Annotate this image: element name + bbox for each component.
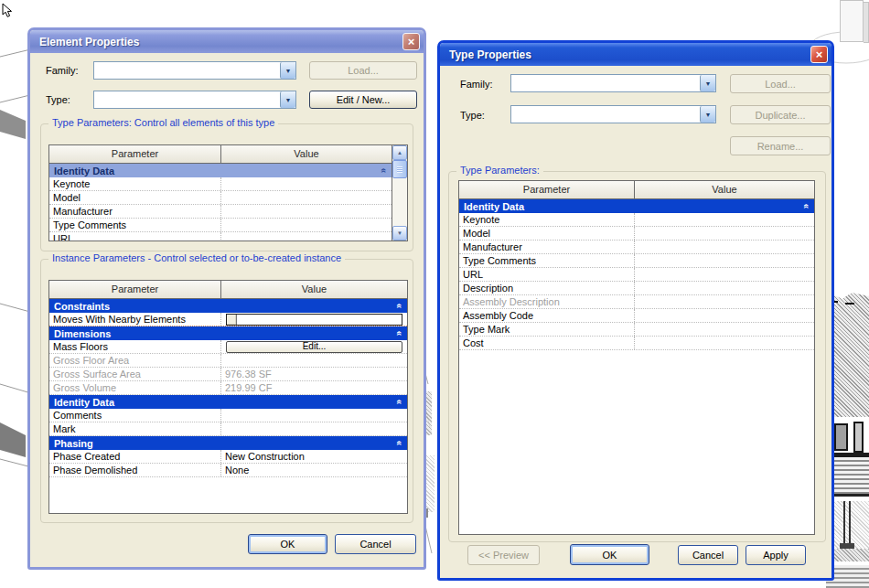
scroll-up-icon[interactable]: ▲ <box>392 145 407 160</box>
parameter-name: Gross Floor Area <box>49 354 221 367</box>
preview-button[interactable]: << Preview <box>467 545 540 565</box>
type-properties-titlebar[interactable]: Type Properties <box>440 43 831 66</box>
parameter-value <box>635 295 814 308</box>
cancel-button[interactable]: Cancel <box>678 545 738 565</box>
parameter-row: Type Comments <box>49 219 392 232</box>
parameter-value[interactable]: Edit... <box>221 340 407 353</box>
parameter-value[interactable] <box>221 422 407 435</box>
parameter-row: Description <box>459 282 814 295</box>
section-header-row[interactable]: Dimensions« <box>49 326 407 340</box>
type-parameters-group-label: Type Parameters: Control all elements of… <box>48 117 278 128</box>
section-label: Identity Data <box>54 166 114 176</box>
parameter-row: Type Mark <box>459 323 814 337</box>
type-parameters-groupbox: Type Parameters: Control all elements of… <box>40 123 413 251</box>
type-combobox-value[interactable] <box>94 91 280 108</box>
scroll-down-icon[interactable]: ▼ <box>392 226 407 241</box>
parameter-row: Gross Volume219.99 CF <box>49 381 407 395</box>
section-header-row[interactable]: Identity Data« <box>49 395 407 409</box>
duplicate-button[interactable]: Duplicate... <box>730 105 831 124</box>
collapse-chevron-icon: « <box>802 204 812 209</box>
close-icon[interactable]: × <box>402 33 420 50</box>
parameter-row: URL <box>459 268 814 282</box>
parameter-name: Mark <box>49 422 221 435</box>
load-button[interactable]: Load... <box>309 61 417 80</box>
parameter-value[interactable] <box>635 241 814 253</box>
family-combobox[interactable]: ▼ <box>510 74 716 92</box>
type-combobox[interactable]: ▼ <box>93 91 296 109</box>
scrollbar-thumb[interactable] <box>392 160 407 178</box>
value-edit-field[interactable] <box>226 314 402 326</box>
parameter-value[interactable] <box>221 177 392 190</box>
parameter-name: Cost <box>459 337 635 349</box>
parameter-value[interactable] <box>635 282 814 294</box>
edit-button[interactable]: Edit... <box>226 341 402 353</box>
parameter-name: Type Mark <box>459 323 635 336</box>
section-label: Dimensions <box>54 328 111 339</box>
section-header-row[interactable]: Identity Data« <box>49 164 392 177</box>
column-line <box>849 501 851 549</box>
parameter-name: URL <box>49 232 221 241</box>
column-header-parameter: Parameter <box>49 281 221 298</box>
parameter-name: Mass Floors <box>49 340 221 353</box>
parameter-table-body: ParameterValueIdentity Data«KeynoteModel… <box>459 181 814 534</box>
chevron-down-icon[interactable]: ▼ <box>280 91 295 108</box>
section-header-row[interactable]: Identity Data« <box>459 199 814 213</box>
family-combobox-value[interactable] <box>511 75 700 91</box>
table-header-row: ParameterValue <box>49 145 392 164</box>
collapse-chevron-icon: « <box>395 400 405 405</box>
dialog-title: Element Properties <box>39 36 139 48</box>
checkbox[interactable] <box>227 315 237 325</box>
parameter-value[interactable] <box>221 205 392 218</box>
parameter-value[interactable] <box>635 323 814 336</box>
collapse-chevron-icon: « <box>395 304 405 309</box>
facade-detail <box>845 303 854 305</box>
family-combobox[interactable]: ▼ <box>93 61 296 80</box>
massing-box <box>840 0 864 42</box>
ok-button[interactable]: OK <box>570 544 649 565</box>
collapse-chevron-icon: « <box>395 331 405 337</box>
parameter-name: Assembly Description <box>459 295 635 308</box>
apply-button[interactable]: Apply <box>746 545 806 565</box>
section-label: Constraints <box>54 301 110 312</box>
parameter-value[interactable] <box>635 254 814 267</box>
edit-new-button[interactable]: Edit / New... <box>309 91 417 109</box>
chevron-down-icon[interactable]: ▼ <box>700 106 715 123</box>
parameter-row: Type Comments <box>459 254 814 268</box>
element-properties-titlebar[interactable]: Element Properties <box>30 30 424 53</box>
parameter-value[interactable] <box>635 337 814 349</box>
section-header-row[interactable]: Phasing« <box>49 436 407 450</box>
close-icon[interactable]: × <box>810 46 828 63</box>
rename-button[interactable]: Rename... <box>730 136 831 155</box>
type-combobox-value[interactable] <box>511 106 700 123</box>
parameter-value[interactable] <box>221 219 392 231</box>
parameter-name: Comments <box>49 409 221 422</box>
vertical-scrollbar[interactable]: ▲▼ <box>392 145 407 241</box>
parameter-value[interactable] <box>221 409 407 422</box>
dialog-title: Type Properties <box>449 48 531 61</box>
column-header-value: Value <box>221 281 407 298</box>
parameter-value[interactable] <box>221 313 407 326</box>
column-header-parameter: Parameter <box>459 181 635 198</box>
parameter-row: Gross Surface Area976.38 SF <box>49 368 407 381</box>
chevron-down-icon[interactable]: ▼ <box>700 75 715 91</box>
ok-button[interactable]: OK <box>248 534 327 554</box>
chevron-down-icon[interactable]: ▼ <box>280 62 295 79</box>
parameter-value[interactable]: None <box>221 464 407 476</box>
parameter-name: Model <box>49 191 221 204</box>
parameter-value[interactable] <box>635 268 814 281</box>
parameter-value[interactable] <box>221 232 392 241</box>
family-combobox-value[interactable] <box>94 62 280 79</box>
parameter-value[interactable] <box>635 309 814 322</box>
parameter-value[interactable] <box>221 191 392 204</box>
section-header-row[interactable]: Constraints« <box>49 299 407 313</box>
load-button[interactable]: Load... <box>730 74 831 93</box>
family-label: Family: <box>46 65 78 76</box>
type-combobox[interactable]: ▼ <box>510 105 716 123</box>
parameter-value[interactable]: New Construction <box>221 450 407 463</box>
parameter-value[interactable] <box>635 213 814 226</box>
cancel-button[interactable]: Cancel <box>335 534 416 554</box>
parameter-row: URL <box>49 232 392 241</box>
parameter-row: Assembly Code <box>459 309 814 323</box>
parameter-value[interactable] <box>635 227 814 240</box>
scrollbar-track[interactable] <box>392 178 407 226</box>
